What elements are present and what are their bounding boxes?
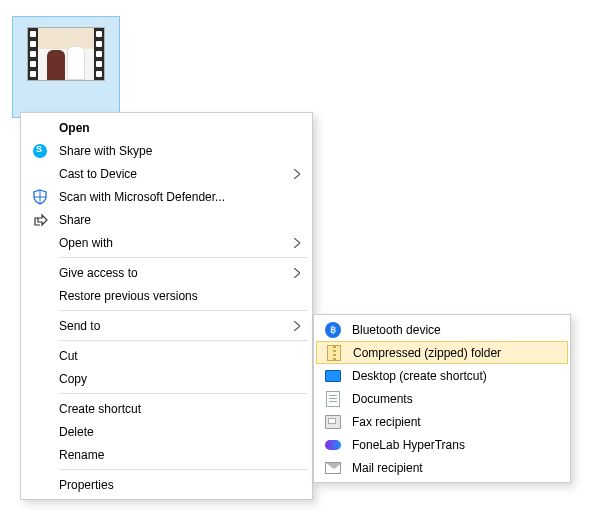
thumbnail-content: [38, 28, 94, 80]
menu-separator: [59, 340, 308, 341]
submenu-fax-label: Fax recipient: [352, 415, 421, 429]
menu-cut-label: Cut: [59, 349, 78, 363]
submenu-mail-label: Mail recipient: [352, 461, 423, 475]
submenu-desktop[interactable]: Desktop (create shortcut): [316, 364, 568, 387]
shield-icon: [31, 188, 49, 206]
chevron-right-icon: [294, 238, 300, 248]
file-tile[interactable]: [12, 16, 120, 118]
menu-share[interactable]: Share: [23, 208, 310, 231]
menu-separator: [59, 257, 308, 258]
menu-give-access[interactable]: Give access to: [23, 261, 310, 284]
bluetooth-icon: ฿: [324, 321, 342, 339]
menu-open[interactable]: Open: [23, 116, 310, 139]
menu-copy[interactable]: Copy: [23, 367, 310, 390]
submenu-zipped[interactable]: Compressed (zipped) folder: [316, 341, 568, 364]
film-strip-right: [94, 28, 104, 80]
submenu-documents-label: Documents: [352, 392, 413, 406]
menu-rename-label: Rename: [59, 448, 104, 462]
menu-delete[interactable]: Delete: [23, 420, 310, 443]
menu-separator: [59, 310, 308, 311]
submenu-zipped-label: Compressed (zipped) folder: [353, 346, 501, 360]
submenu-fonelab[interactable]: FoneLab HyperTrans: [316, 433, 568, 456]
chevron-right-icon: [294, 169, 300, 179]
menu-create-shortcut-label: Create shortcut: [59, 402, 141, 416]
fonelab-icon: [324, 436, 342, 454]
menu-defender-label: Scan with Microsoft Defender...: [59, 190, 225, 204]
menu-send-to[interactable]: Send to: [23, 314, 310, 337]
submenu-documents[interactable]: Documents: [316, 387, 568, 410]
menu-open-with[interactable]: Open with: [23, 231, 310, 254]
menu-send-to-label: Send to: [59, 319, 100, 333]
menu-create-shortcut[interactable]: Create shortcut: [23, 397, 310, 420]
menu-share-skype[interactable]: Share with Skype: [23, 139, 310, 162]
menu-cast-label: Cast to Device: [59, 167, 137, 181]
submenu-bluetooth[interactable]: ฿ Bluetooth device: [316, 318, 568, 341]
chevron-right-icon: [294, 268, 300, 278]
fax-icon: [324, 413, 342, 431]
menu-share-skype-label: Share with Skype: [59, 144, 152, 158]
menu-properties-label: Properties: [59, 478, 114, 492]
send-to-submenu: ฿ Bluetooth device Compressed (zipped) f…: [313, 314, 571, 483]
share-icon: [31, 211, 49, 229]
menu-cast[interactable]: Cast to Device: [23, 162, 310, 185]
zip-icon: [325, 344, 343, 362]
chevron-right-icon: [294, 321, 300, 331]
menu-separator: [59, 469, 308, 470]
desktop-icon: [324, 367, 342, 385]
submenu-mail[interactable]: Mail recipient: [316, 456, 568, 479]
menu-copy-label: Copy: [59, 372, 87, 386]
menu-properties[interactable]: Properties: [23, 473, 310, 496]
submenu-bluetooth-label: Bluetooth device: [352, 323, 441, 337]
menu-defender[interactable]: Scan with Microsoft Defender...: [23, 185, 310, 208]
menu-restore[interactable]: Restore previous versions: [23, 284, 310, 307]
menu-separator: [59, 393, 308, 394]
menu-restore-label: Restore previous versions: [59, 289, 198, 303]
video-thumbnail: [27, 27, 105, 81]
submenu-fax[interactable]: Fax recipient: [316, 410, 568, 433]
context-menu: Open Share with Skype Cast to Device Sca…: [20, 112, 313, 500]
skype-icon: [31, 142, 49, 160]
menu-give-access-label: Give access to: [59, 266, 138, 280]
menu-delete-label: Delete: [59, 425, 94, 439]
menu-cut[interactable]: Cut: [23, 344, 310, 367]
mail-icon: [324, 459, 342, 477]
submenu-desktop-label: Desktop (create shortcut): [352, 369, 487, 383]
menu-rename[interactable]: Rename: [23, 443, 310, 466]
menu-open-label: Open: [59, 121, 90, 135]
menu-share-label: Share: [59, 213, 91, 227]
documents-icon: [324, 390, 342, 408]
submenu-fonelab-label: FoneLab HyperTrans: [352, 438, 465, 452]
film-strip-left: [28, 28, 38, 80]
menu-open-with-label: Open with: [59, 236, 113, 250]
